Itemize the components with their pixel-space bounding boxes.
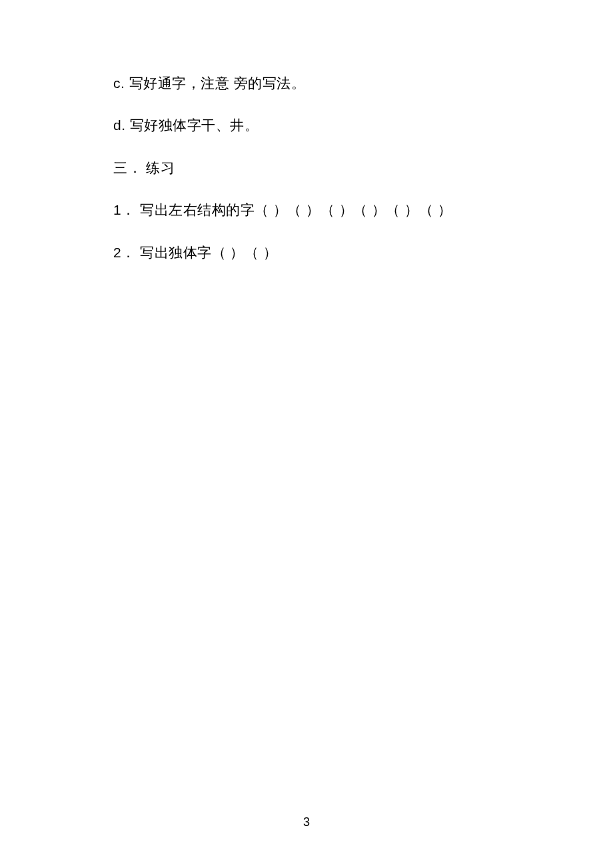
exercise-item-2: 2． 写出独体字（ ）（ ） — [113, 243, 500, 262]
line-item-c: c. 写好通字，注意 旁的写法。 — [113, 73, 500, 93]
exercise-item-1: 1． 写出左右结构的字（ ）（ ）（ ）（ ）（ ）（ ） — [113, 200, 500, 219]
page-number: 3 — [0, 815, 613, 829]
document-page: c. 写好通字，注意 旁的写法。 d. 写好独体字干、井。 三． 练习 1． 写… — [0, 0, 613, 868]
section-heading-three: 三． 练习 — [113, 158, 500, 177]
line-item-d: d. 写好独体字干、井。 — [113, 115, 500, 135]
